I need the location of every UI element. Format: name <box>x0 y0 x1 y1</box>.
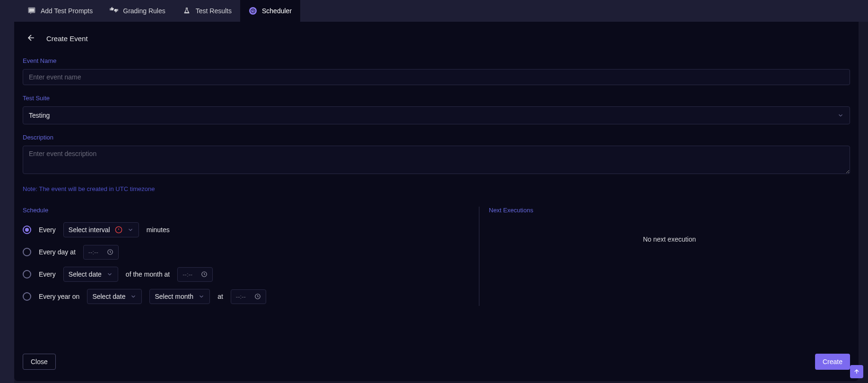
yearly-at: at <box>217 293 223 300</box>
tabs-bar: Add Test Prompts Grading Rules Test Resu… <box>14 0 868 22</box>
monthly-mid: of the month at <box>126 270 170 278</box>
create-button[interactable]: Create <box>815 354 850 370</box>
next-executions-label: Next Executions <box>489 207 850 214</box>
yearly-date-select[interactable]: Select date <box>87 289 142 304</box>
main-panel: Create Event Event Name Test Suite Testi… <box>14 22 859 381</box>
daily-text: Every day at <box>39 248 76 256</box>
chevron-down-icon <box>127 226 134 233</box>
next-executions-message: No next execution <box>489 235 850 243</box>
monthly-date-select[interactable]: Select date <box>63 267 118 282</box>
scroll-to-top-button[interactable] <box>850 365 863 378</box>
tab-grading-rules[interactable]: Grading Rules <box>101 0 174 22</box>
clock-outline-icon <box>254 293 261 300</box>
interval-select[interactable]: Select interval <box>63 222 139 237</box>
monthly-pre: Every <box>39 270 56 278</box>
clock-icon <box>249 7 257 15</box>
radio-interval[interactable] <box>23 226 31 234</box>
tab-label: Add Test Prompts <box>41 7 93 15</box>
test-suite-label: Test Suite <box>23 95 850 102</box>
chat-icon <box>27 7 36 15</box>
interval-pre: Every <box>39 226 56 234</box>
tab-scheduler[interactable]: Scheduler <box>240 0 300 22</box>
tab-label: Scheduler <box>262 7 292 15</box>
monthly-time-input[interactable]: --:-- <box>177 267 213 282</box>
flask-icon <box>182 7 191 15</box>
event-name-input[interactable] <box>23 69 850 85</box>
tab-test-results[interactable]: Test Results <box>174 0 240 22</box>
tab-add-test-prompts[interactable]: Add Test Prompts <box>19 0 101 22</box>
event-name-label: Event Name <box>23 57 850 64</box>
test-suite-value: Testing <box>29 112 50 119</box>
arrow-up-icon <box>853 368 860 375</box>
daily-time-input[interactable]: --:-- <box>83 245 119 260</box>
chevron-down-icon <box>837 112 844 119</box>
chevron-down-icon <box>130 293 137 300</box>
tab-label: Grading Rules <box>123 7 165 15</box>
chevron-down-icon <box>106 271 113 278</box>
close-button[interactable]: Close <box>23 354 56 370</box>
test-suite-select[interactable]: Testing <box>23 106 850 124</box>
interval-post: minutes <box>147 226 170 234</box>
tab-label: Test Results <box>196 7 232 15</box>
radio-monthly[interactable] <box>23 270 31 279</box>
schedule-label: Schedule <box>23 207 479 214</box>
page-title: Create Event <box>46 35 88 43</box>
timezone-note: Note: The event will be created in UTC t… <box>23 185 155 192</box>
chevron-down-icon <box>198 293 205 300</box>
description-textarea[interactable] <box>23 146 850 174</box>
clock-outline-icon <box>201 271 208 278</box>
description-label: Description <box>23 134 850 141</box>
clock-outline-icon <box>107 249 113 255</box>
radio-daily[interactable] <box>23 248 31 256</box>
thumbs-icon <box>110 7 118 15</box>
back-arrow-icon[interactable] <box>26 33 36 44</box>
yearly-pre: Every year on <box>39 293 79 300</box>
radio-yearly[interactable] <box>23 292 31 301</box>
alert-circle-icon <box>115 226 122 234</box>
yearly-month-select[interactable]: Select month <box>149 289 210 304</box>
yearly-time-input[interactable]: --:-- <box>231 289 266 304</box>
